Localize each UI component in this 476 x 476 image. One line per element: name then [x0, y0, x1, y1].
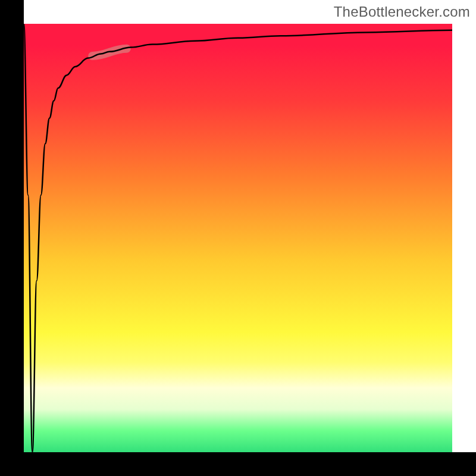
frame-left	[0, 0, 24, 476]
watermark-text: TheBottlenecker.com	[334, 4, 470, 20]
frame-bottom	[0, 452, 476, 476]
bottleneck-curve	[24, 24, 452, 452]
chart-canvas: TheBottlenecker.com	[0, 0, 476, 476]
curve-layer	[24, 24, 452, 452]
